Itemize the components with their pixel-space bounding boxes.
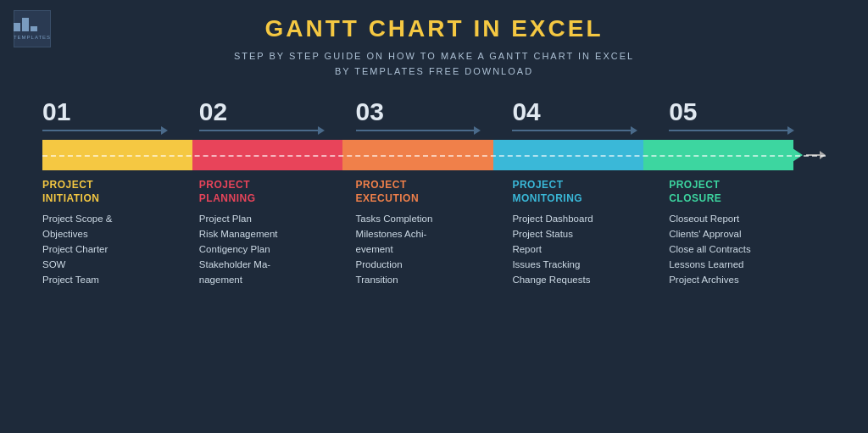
phase-arrow-3 bbox=[356, 126, 481, 135]
phase-arrow-2 bbox=[199, 126, 325, 135]
phase-label-4: PROJECTMONITORING bbox=[512, 179, 660, 205]
list-item: Clients' Approval bbox=[669, 227, 817, 242]
arrow-line-3 bbox=[356, 130, 475, 131]
phase-items-5: Closeout Report Clients' Approval Close … bbox=[669, 212, 817, 287]
arrow-head-1 bbox=[161, 126, 168, 135]
list-item: Stakeholder Ma- bbox=[199, 258, 348, 273]
phase-items-1: Project Scope & Objectives Project Chart… bbox=[42, 212, 191, 287]
phase-content-1: PROJECTINITIATION Project Scope & Object… bbox=[42, 179, 199, 287]
list-item: Project Dashboard bbox=[512, 212, 660, 227]
list-item: Project Team bbox=[42, 273, 191, 288]
list-item: Close all Contracts bbox=[669, 242, 817, 258]
phase-arrow-1 bbox=[42, 126, 168, 135]
list-item: Milestones Achi- bbox=[356, 227, 504, 242]
arrow-head-2 bbox=[318, 126, 325, 135]
gantt-segment-1 bbox=[42, 140, 192, 170]
phase-col-1: 01 bbox=[42, 99, 199, 135]
phase-number-1: 01 bbox=[42, 99, 70, 125]
arrow-line-2 bbox=[199, 130, 318, 131]
subtitle: STEP BY STEP GUIDE ON HOW TO MAKE A GANT… bbox=[0, 49, 868, 79]
phase-content-4: PROJECTMONITORING Project Dashboard Proj… bbox=[512, 179, 669, 287]
phase-arrow-5 bbox=[669, 126, 794, 135]
gantt-arrow-right bbox=[820, 151, 826, 159]
list-item: Closeout Report bbox=[669, 212, 817, 227]
list-item: SOW bbox=[42, 258, 191, 273]
phase-number-5: 05 bbox=[669, 99, 697, 125]
list-item: Tasks Completion bbox=[356, 212, 504, 227]
arrow-head-5 bbox=[787, 126, 794, 135]
phase-label-2: PROJECTPLANNING bbox=[199, 179, 348, 205]
phase-numbers-row: 01 02 03 04 bbox=[34, 99, 834, 135]
phase-number-3: 03 bbox=[356, 99, 384, 125]
phase-items-4: Project Dashboard Project Status Report … bbox=[512, 212, 660, 287]
gantt-segment-4 bbox=[493, 140, 643, 170]
list-item: Objectives bbox=[42, 227, 191, 242]
phase-content-2: PROJECTPLANNING Project Plan Risk Manage… bbox=[199, 179, 356, 287]
arrow-line-1 bbox=[42, 130, 161, 131]
list-item: nagement bbox=[199, 273, 348, 288]
chart-area: 01 02 03 04 bbox=[0, 99, 868, 287]
phase-label-5: PROJECTCLOSURE bbox=[669, 179, 817, 205]
arrow-head-4 bbox=[631, 126, 637, 135]
phases-content: PROJECTINITIATION Project Scope & Object… bbox=[34, 179, 834, 287]
list-item: Lessons Learned bbox=[669, 258, 817, 273]
phase-content-3: PROJECTEXECUTION Tasks Completion Milest… bbox=[356, 179, 513, 287]
page-header: GANTT CHART IN EXCEL STEP BY STEP GUIDE … bbox=[0, 0, 868, 79]
gantt-bar bbox=[42, 140, 826, 170]
list-item: Project Charter bbox=[42, 242, 191, 258]
phase-items-3: Tasks Completion Milestones Achi- evemen… bbox=[356, 212, 504, 287]
phase-number-4: 04 bbox=[512, 99, 540, 125]
phase-label-1: PROJECTINITIATION bbox=[42, 179, 191, 205]
gantt-segment-3 bbox=[342, 140, 492, 170]
gantt-end-arrow bbox=[793, 148, 803, 162]
list-item: Issues Tracking bbox=[512, 258, 660, 273]
gantt-arrow-tail bbox=[806, 154, 820, 156]
list-item: Project Archives bbox=[669, 273, 817, 288]
subtitle-line1: STEP BY STEP GUIDE ON HOW TO MAKE A GANT… bbox=[234, 51, 634, 61]
phase-label-3: PROJECTEXECUTION bbox=[356, 179, 504, 205]
list-item: Project Status bbox=[512, 227, 660, 242]
phase-col-2: 02 bbox=[199, 99, 356, 135]
list-item: Project Scope & bbox=[42, 212, 191, 227]
list-item: evement bbox=[356, 242, 504, 258]
phase-col-3: 03 bbox=[356, 99, 513, 135]
phase-col-4: 04 bbox=[512, 99, 669, 135]
phase-col-5: 05 bbox=[669, 99, 826, 135]
list-item: Risk Management bbox=[199, 227, 348, 242]
list-item: Transition bbox=[356, 273, 504, 288]
phase-number-2: 02 bbox=[199, 99, 227, 125]
phase-content-5: PROJECTCLOSURE Closeout Report Clients' … bbox=[669, 179, 826, 287]
subtitle-line2: BY TEMPLATES FREE DOWNLOAD bbox=[335, 66, 533, 76]
gantt-segment-2 bbox=[192, 140, 342, 170]
logo-text: TEMPLATES bbox=[14, 35, 51, 40]
gantt-segment-5 bbox=[643, 140, 793, 170]
arrow-line-4 bbox=[512, 130, 631, 131]
logo: TEMPLATES bbox=[14, 10, 51, 47]
phase-arrow-4 bbox=[512, 126, 637, 135]
list-item: Production bbox=[356, 258, 504, 273]
phase-items-2: Project Plan Risk Management Contigency … bbox=[199, 212, 348, 287]
list-item: Report bbox=[512, 242, 660, 258]
list-item: Project Plan bbox=[199, 212, 348, 227]
arrow-line-5 bbox=[669, 130, 787, 131]
arrow-head-3 bbox=[474, 126, 481, 135]
list-item: Change Requests bbox=[512, 273, 660, 288]
main-title: GANTT CHART IN EXCEL bbox=[0, 15, 868, 42]
list-item: Contigency Plan bbox=[199, 242, 348, 258]
